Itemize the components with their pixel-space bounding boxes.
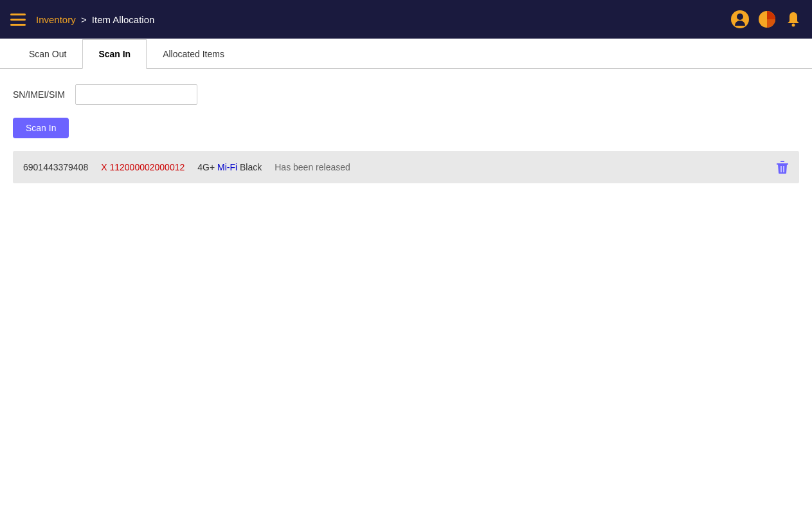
svg-rect-7 [780,161,784,162]
top-navbar: Inventory > Item Allocation [0,0,812,39]
scan-in-button[interactable]: Scan In [13,118,69,138]
tabs-bar: Scan Out Scan In Allocated Items [0,39,812,69]
breadcrumb-separator: > [81,14,87,25]
item-model-highlight: Mi-Fi [217,162,237,172]
notification-bell-icon[interactable] [785,11,802,28]
header-left: Inventory > Item Allocation [10,14,154,26]
user-icon[interactable] [731,10,749,28]
delete-item-button[interactable] [776,160,789,174]
chart-icon[interactable] [758,10,776,28]
item-release-status: Has been released [275,162,350,172]
sn-imei-sim-input[interactable] [75,84,197,105]
scanned-item-row: 6901443379408 X 112000002000012 4G+ Mi-F… [13,151,799,183]
item-imei: X 112000002000012 [101,162,185,172]
tab-allocated-items[interactable]: Allocated Items [147,39,240,69]
header-right [731,10,802,28]
scan-in-button-row: Scan In [13,118,799,138]
svg-rect-6 [777,163,788,165]
main-content: SN/IMEI/SIM Scan In 6901443379408 X 1120… [0,69,812,199]
menu-toggle[interactable] [10,14,26,26]
scan-form-row: SN/IMEI/SIM [13,84,799,105]
breadcrumb: Inventory > Item Allocation [36,14,154,25]
item-info: 6901443379408 X 112000002000012 4G+ Mi-F… [23,162,350,172]
breadcrumb-inventory[interactable]: Inventory [36,14,76,25]
item-serial-number: 6901443379408 [23,162,88,172]
tab-scan-in[interactable]: Scan In [82,39,147,69]
tab-scan-out[interactable]: Scan Out [13,39,82,69]
svg-point-1 [792,24,795,27]
sn-imei-sim-label: SN/IMEI/SIM [13,89,65,100]
breadcrumb-page-title: Item Allocation [92,14,155,25]
item-model: 4G+ Mi-Fi Black [197,162,262,172]
